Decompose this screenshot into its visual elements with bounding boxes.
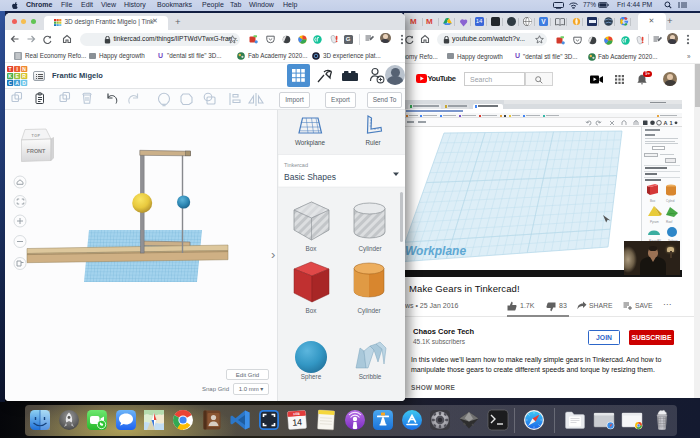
- svg-text:K: K: [8, 73, 12, 79]
- svg-text:D: D: [22, 80, 26, 86]
- svg-text:R: R: [22, 73, 26, 79]
- svg-text:Sphere: Sphere: [300, 373, 321, 381]
- svg-text:Workplane: Workplane: [295, 139, 325, 147]
- svg-text:T: T: [8, 66, 11, 72]
- svg-text:FRONT: FRONT: [27, 148, 46, 154]
- svg-text:Box: Box: [305, 245, 317, 252]
- svg-text:Workplane: Workplane: [405, 244, 466, 258]
- svg-text:Cylind: Cylind: [666, 199, 675, 203]
- svg-text:›: ›: [271, 247, 275, 262]
- svg-text:C: C: [8, 80, 12, 86]
- svg-text:TOP: TOP: [31, 134, 40, 138]
- svg-text:A: A: [15, 80, 19, 86]
- svg-text:Ruler: Ruler: [365, 139, 380, 146]
- svg-text:N: N: [22, 66, 26, 72]
- svg-text:A: A: [664, 120, 668, 126]
- svg-text:Roof: Roof: [666, 220, 673, 224]
- svg-text:FEB: FEB: [294, 412, 301, 416]
- svg-text:Tinkercad: Tinkercad: [284, 162, 308, 168]
- svg-text:Cylinder: Cylinder: [358, 245, 381, 253]
- svg-text:Box: Box: [650, 199, 656, 203]
- svg-text:Pyram: Pyram: [650, 220, 659, 224]
- svg-text:Scribble: Scribble: [358, 373, 381, 380]
- svg-text:1: 1: [670, 120, 673, 126]
- svg-text:Box: Box: [305, 307, 317, 314]
- svg-text:Basic Shapes: Basic Shapes: [284, 172, 336, 182]
- svg-text:14: 14: [292, 417, 303, 428]
- svg-text:Cylinder: Cylinder: [357, 307, 380, 315]
